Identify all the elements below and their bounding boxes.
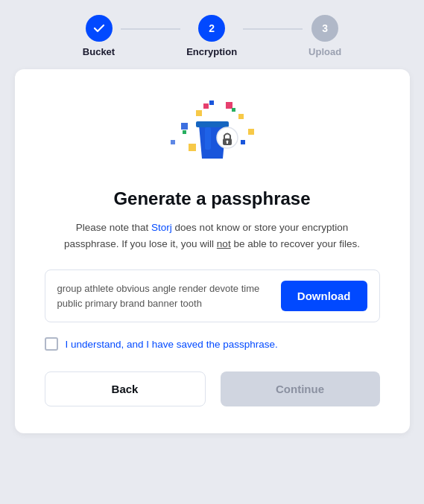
description: Please note that Storj does not know or … [63,220,361,252]
step-circle-bucket [86,15,113,42]
page-container: Bucket 2 Encryption 3 Upload [0,0,424,504]
step-label-encryption: Encryption [186,46,237,57]
svg-rect-1 [171,140,175,144]
svg-rect-4 [203,103,209,109]
svg-rect-8 [241,140,245,144]
continue-button[interactable]: Continue [221,371,380,406]
understand-checkbox[interactable] [45,337,58,351]
svg-rect-10 [183,130,186,134]
passphrase-container: group athlete obvious angle render devot… [45,269,380,322]
svg-rect-17 [227,141,228,144]
svg-rect-12 [196,121,229,127]
step-circle-encryption: 2 [198,15,225,42]
svg-rect-2 [196,110,202,116]
step-encryption: 2 Encryption [186,15,237,57]
buttons-row: Back Continue [45,371,380,406]
svg-rect-11 [209,101,214,105]
svg-rect-5 [226,102,232,109]
page-title: Generate a passphrase [113,188,310,209]
step-upload: 3 Upload [308,15,341,57]
connector-1 [121,28,180,30]
step-label-bucket: Bucket [83,46,115,57]
illustration [160,92,265,173]
main-card: Generate a passphrase Please note that S… [15,69,410,433]
svg-rect-6 [238,114,244,119]
svg-rect-7 [248,129,254,135]
step-bucket: Bucket [83,15,115,57]
svg-rect-3 [189,144,196,151]
passphrase-text: group athlete obvious angle render devot… [57,281,281,310]
download-button[interactable]: Download [281,281,367,311]
connector-2 [243,28,303,30]
svg-rect-9 [232,108,235,112]
back-button[interactable]: Back [45,371,206,406]
stepper: Bucket 2 Encryption 3 Upload [0,0,424,69]
svg-rect-0 [181,123,188,130]
checkbox-row: I understand, and I have saved the passp… [45,337,380,351]
checkbox-label[interactable]: I understand, and I have saved the passp… [66,339,278,350]
svg-rect-13 [205,127,211,150]
step-label-upload: Upload [308,46,341,57]
step-circle-upload: 3 [311,15,338,42]
